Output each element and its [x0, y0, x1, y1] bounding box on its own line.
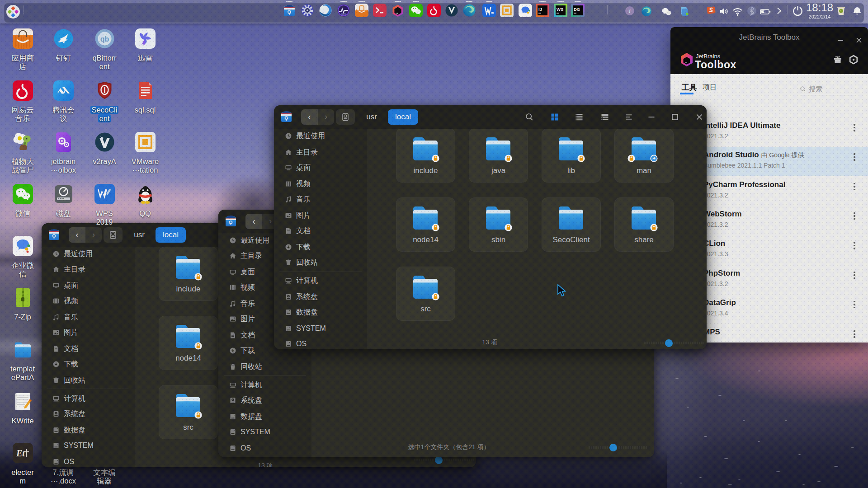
- svg-text:qb: qb: [100, 35, 109, 43]
- svg-text:WS: WS: [557, 7, 563, 12]
- svg-text:DG: DG: [574, 7, 580, 12]
- svg-text:Et: Et: [16, 448, 25, 458]
- svg-text:IJ: IJ: [538, 7, 542, 12]
- svg-text:i: i: [629, 8, 630, 14]
- svg-text:CPU: CPU: [341, 13, 346, 15]
